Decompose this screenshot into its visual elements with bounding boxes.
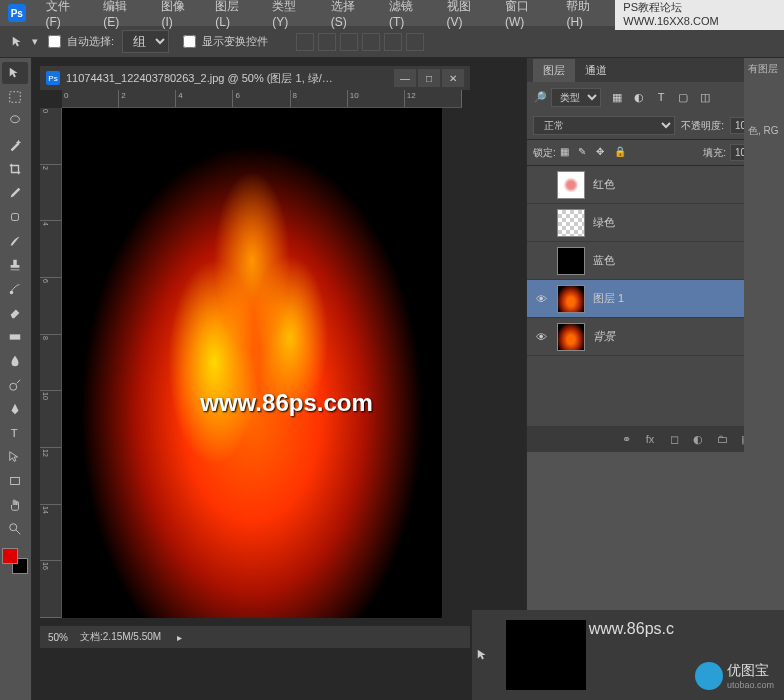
align-right-icon[interactable] xyxy=(406,33,424,51)
layer-visibility-icon[interactable] xyxy=(533,253,549,269)
gradient-tool[interactable] xyxy=(2,326,28,348)
auto-select-label: 自动选择: xyxy=(67,34,114,49)
arrow-cursor-icon xyxy=(476,648,490,662)
type-tool[interactable]: T xyxy=(2,422,28,444)
menu-9[interactable]: 帮助(H) xyxy=(556,0,615,29)
tab-channels[interactable]: 通道 xyxy=(575,59,617,82)
lasso-tool[interactable] xyxy=(2,110,28,132)
edge-text-1: 有图层 xyxy=(744,58,784,80)
zoom-tool[interactable] xyxy=(2,518,28,540)
layer-thumbnail[interactable] xyxy=(557,171,585,199)
path-select-tool[interactable] xyxy=(2,446,28,468)
align-bottom-icon[interactable] xyxy=(340,33,358,51)
ruler-horizontal[interactable]: 024681012 xyxy=(62,90,462,108)
menu-5[interactable]: 选择(S) xyxy=(321,0,379,29)
blend-mode-select[interactable]: 正常 xyxy=(533,116,675,135)
status-arrow-icon[interactable]: ▸ xyxy=(177,632,182,643)
auto-select-target[interactable]: 组 xyxy=(122,30,169,53)
document-area: Ps 11074431_122403780263_2.jpg @ 50% (图层… xyxy=(32,58,526,700)
layer-group-icon[interactable]: 🗀 xyxy=(714,431,730,447)
layer-visibility-icon[interactable] xyxy=(533,215,549,231)
pen-tool[interactable] xyxy=(2,398,28,420)
layer-visibility-icon[interactable]: 👁 xyxy=(533,291,549,307)
brush-tool[interactable] xyxy=(2,230,28,252)
layer-name[interactable]: 图层 1 xyxy=(593,291,624,306)
crop-tool[interactable] xyxy=(2,158,28,180)
adjustment-layer-icon[interactable]: ◐ xyxy=(690,431,706,447)
menu-0[interactable]: 文件(F) xyxy=(36,0,94,29)
layer-mask-icon[interactable]: ◻ xyxy=(666,431,682,447)
layer-name[interactable]: 蓝色 xyxy=(593,253,615,268)
brand-name: 优图宝 xyxy=(727,662,774,680)
foreground-color[interactable] xyxy=(2,548,18,564)
align-left-icon[interactable] xyxy=(362,33,380,51)
menu-2[interactable]: 图像(I) xyxy=(151,0,205,29)
dodge-tool[interactable] xyxy=(2,374,28,396)
menu-7[interactable]: 视图(V) xyxy=(437,0,495,29)
show-transform-checkbox[interactable] xyxy=(183,35,196,48)
layer-thumbnail[interactable] xyxy=(557,323,585,351)
layer-visibility-icon[interactable]: 👁 xyxy=(533,329,549,345)
layer-name[interactable]: 背景 xyxy=(593,329,615,344)
menu-8[interactable]: 窗口(W) xyxy=(495,0,557,29)
move-tool[interactable] xyxy=(2,62,28,84)
eyedropper-tool[interactable] xyxy=(2,182,28,204)
menu-4[interactable]: 类型(Y) xyxy=(262,0,320,29)
stamp-tool[interactable] xyxy=(2,254,28,276)
marquee-tool[interactable] xyxy=(2,86,28,108)
layer-name[interactable]: 红色 xyxy=(593,177,615,192)
align-icons-group xyxy=(296,33,424,51)
filter-type-icon[interactable]: T xyxy=(653,89,669,105)
layer-thumbnail[interactable] xyxy=(557,209,585,237)
align-top-icon[interactable] xyxy=(296,33,314,51)
menu-bar: Ps 文件(F)编辑(E)图像(I)图层(L)类型(Y)选择(S)滤镜(T)视图… xyxy=(0,0,784,26)
chevron-down-icon[interactable]: ▾ xyxy=(32,35,38,48)
maximize-button[interactable]: □ xyxy=(418,69,440,87)
forum-banner: PS教程论坛 WWW.16XX8.COM xyxy=(615,0,784,30)
search-icon[interactable]: 🔎 xyxy=(533,91,547,104)
canvas[interactable]: www.86ps.com xyxy=(62,108,442,618)
color-swatches[interactable] xyxy=(2,548,28,574)
lock-all-icon[interactable]: 🔒 xyxy=(614,146,628,160)
hand-tool[interactable] xyxy=(2,494,28,516)
link-layers-icon[interactable]: ⚭ xyxy=(618,431,634,447)
bottom-thumbnails: www.86ps.c 优图宝 utobao.com xyxy=(472,610,784,700)
show-transform-label: 显示变换控件 xyxy=(202,34,268,49)
lock-position-icon[interactable]: ✥ xyxy=(596,146,610,160)
filter-type-select[interactable]: 类型 xyxy=(551,88,601,107)
tab-layers[interactable]: 图层 xyxy=(533,59,575,82)
filter-shape-icon[interactable]: ▢ xyxy=(675,89,691,105)
layer-thumbnail[interactable] xyxy=(557,285,585,313)
menu-1[interactable]: 编辑(E) xyxy=(93,0,151,29)
eraser-tool[interactable] xyxy=(2,302,28,324)
layer-name[interactable]: 绿色 xyxy=(593,215,615,230)
minimize-button[interactable]: — xyxy=(394,69,416,87)
lock-pixels-icon[interactable]: ▦ xyxy=(560,146,574,160)
close-button[interactable]: ✕ xyxy=(442,69,464,87)
history-brush-tool[interactable] xyxy=(2,278,28,300)
filter-pixel-icon[interactable]: ▦ xyxy=(609,89,625,105)
wand-tool[interactable] xyxy=(2,134,28,156)
align-vcenter-icon[interactable] xyxy=(318,33,336,51)
bottom-thumb[interactable] xyxy=(506,620,586,690)
layer-fx-icon[interactable]: fx xyxy=(642,431,658,447)
filter-smart-icon[interactable]: ◫ xyxy=(697,89,713,105)
canvas-image xyxy=(62,108,442,618)
menu-3[interactable]: 图层(L) xyxy=(205,0,262,29)
right-edge-panels: 有图层 色, RG xyxy=(744,58,784,578)
heal-tool[interactable] xyxy=(2,206,28,228)
menu-6[interactable]: 滤镜(T) xyxy=(379,0,437,29)
document-titlebar[interactable]: Ps 11074431_122403780263_2.jpg @ 50% (图层… xyxy=(40,66,470,90)
align-hcenter-icon[interactable] xyxy=(384,33,402,51)
layer-visibility-icon[interactable] xyxy=(533,177,549,193)
auto-select-checkbox[interactable] xyxy=(48,35,61,48)
doc-size-label: 文档:2.15M/5.50M xyxy=(80,630,161,644)
filter-adjust-icon[interactable]: ◐ xyxy=(631,89,647,105)
rectangle-tool[interactable] xyxy=(2,470,28,492)
blur-tool[interactable] xyxy=(2,350,28,372)
zoom-level[interactable]: 50% xyxy=(48,632,68,643)
ruler-vertical[interactable]: 0246810121416 xyxy=(40,108,62,618)
layer-thumbnail[interactable] xyxy=(557,247,585,275)
watermark: www.86ps.com xyxy=(200,389,373,417)
lock-brush-icon[interactable]: ✎ xyxy=(578,146,592,160)
